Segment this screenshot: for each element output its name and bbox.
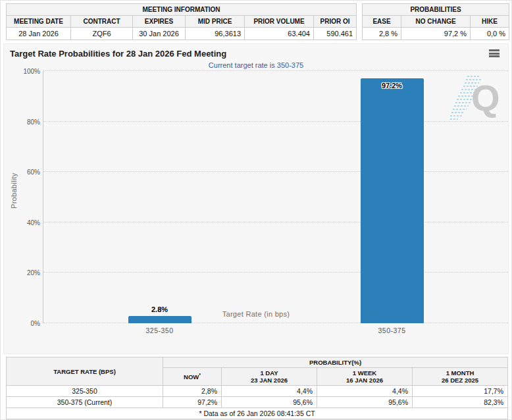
x-tick-label: 350-375 — [353, 327, 432, 334]
probability-bar-350-375[interactable] — [361, 78, 424, 323]
col-mid-price: MID PRICE — [186, 16, 245, 28]
contract-value: ZQF6 — [71, 28, 133, 40]
data-as-of-footnote: * Data as of 26 Jan 2026 08:41:35 CT — [7, 408, 508, 419]
month1-value: 82,3% — [413, 397, 508, 408]
y-tick-label: 80% — [27, 118, 40, 125]
x-tick-label: 325-350 — [120, 327, 199, 334]
mid-price-value: 96,3613 — [186, 28, 245, 40]
table-row: 325-350 2,8% 4,4% 4,4% 17,7% — [7, 386, 508, 397]
header-1-week: 1 WEEK16 JAN 2026 — [317, 368, 413, 386]
plot-area: Q 0%20%40%60%80%100%2.8%325-35097.2%350-… — [43, 71, 508, 323]
header-now: NOW* — [163, 368, 222, 386]
chart-panel: Target Rate Probabilities for 28 Jan 202… — [3, 43, 509, 354]
y-tick-label: 0% — [31, 320, 40, 327]
col-prior-oi: PRIOR OI — [314, 16, 357, 28]
rate-range-label: 325-350 — [7, 386, 163, 397]
ease-value: 2,8 % — [363, 28, 401, 40]
y-tick-label: 60% — [27, 169, 40, 176]
y-tick-label: 100% — [23, 68, 40, 75]
expires-value: 30 Jan 2026 — [133, 28, 186, 40]
now-value: 2,8% — [163, 386, 222, 397]
meeting-information-title: MEETING INFORMATION — [7, 4, 357, 16]
probabilities-summary-table: PROBABILITIES EASE NO CHANGE HIKE 2,8 % … — [362, 3, 509, 40]
chart-subtitle: Current target rate is 350-375 — [4, 61, 508, 69]
week1-value: 95,6% — [317, 397, 413, 408]
month1-value: 17,7% — [413, 386, 508, 397]
prior-volume-value: 63.404 — [245, 28, 314, 40]
hamburger-menu-icon — [489, 49, 499, 51]
bar-value-label: 97.2% — [361, 82, 424, 90]
meeting-information-row: 28 Jan 2026 ZQF6 30 Jan 2026 96,3613 63.… — [7, 28, 357, 40]
col-meeting-date: MEETING DATE — [7, 16, 71, 28]
probability-table-section: TARGET RATE (BPS) PROBABILITY(%) NOW* 1 … — [1, 354, 511, 419]
table-row: 350-375 (Current) 97,2% 95,6% 95,6% 82,3… — [7, 397, 508, 408]
col-hike: HIKE — [471, 16, 509, 28]
probability-table: TARGET RATE (BPS) PROBABILITY(%) NOW* 1 … — [6, 357, 508, 419]
header-1-day: 1 DAY23 JAN 2026 — [222, 368, 317, 386]
col-contract: CONTRACT — [71, 16, 133, 28]
y-tick-label: 40% — [27, 219, 40, 226]
probabilities-row: 2,8 % 97,2 % 0,0 % — [363, 28, 509, 40]
chart-menu-button[interactable] — [489, 49, 499, 57]
gridline: 80% — [43, 121, 508, 122]
gridline: 60% — [43, 171, 508, 172]
header-1-month: 1 MONTH26 DEZ 2025 — [413, 368, 508, 386]
col-ease: EASE — [363, 16, 401, 28]
rate-range-label: 350-375 (Current) — [7, 397, 163, 408]
day1-value: 95,6% — [222, 397, 317, 408]
y-axis-title: Probability — [10, 172, 18, 209]
gridline: 100% — [43, 70, 508, 71]
now-value: 97,2% — [163, 397, 222, 408]
gridline: 0% — [43, 323, 508, 323]
x-axis-title: Target Rate (in bps) — [4, 310, 508, 318]
top-summary-row: MEETING INFORMATION MEETING DATE CONTRAC… — [1, 1, 511, 40]
watermark-letter: Q — [471, 77, 500, 118]
quikstrike-watermark-icon: Q — [449, 71, 507, 125]
y-tick-label: 20% — [27, 269, 40, 276]
col-no-change: NO CHANGE — [401, 16, 471, 28]
hamburger-menu-icon — [489, 53, 499, 55]
header-probability: PROBABILITY(%) — [163, 357, 508, 368]
probabilities-title: PROBABILITIES — [363, 4, 509, 16]
gridline: 40% — [43, 222, 508, 223]
day1-value: 4,4% — [222, 386, 317, 397]
hike-value: 0,0 % — [471, 28, 509, 40]
no-change-value: 97,2 % — [401, 28, 471, 40]
header-target-rate: TARGET RATE (BPS) — [7, 357, 163, 386]
col-expires: EXPIRES — [133, 16, 186, 28]
meeting-date-value: 28 Jan 2026 — [7, 28, 71, 40]
prior-oi-value: 590.461 — [314, 28, 357, 40]
chart-title: Target Rate Probabilities for 28 Jan 202… — [10, 49, 226, 59]
hamburger-menu-icon — [489, 55, 499, 57]
week1-value: 4,4% — [317, 386, 413, 397]
gridline: 20% — [43, 272, 508, 273]
fedwatch-page: MEETING INFORMATION MEETING DATE CONTRAC… — [0, 0, 512, 420]
now-asterisk: * — [199, 373, 201, 377]
col-prior-volume: PRIOR VOLUME — [245, 16, 314, 28]
meeting-information-table: MEETING INFORMATION MEETING DATE CONTRAC… — [6, 3, 357, 40]
